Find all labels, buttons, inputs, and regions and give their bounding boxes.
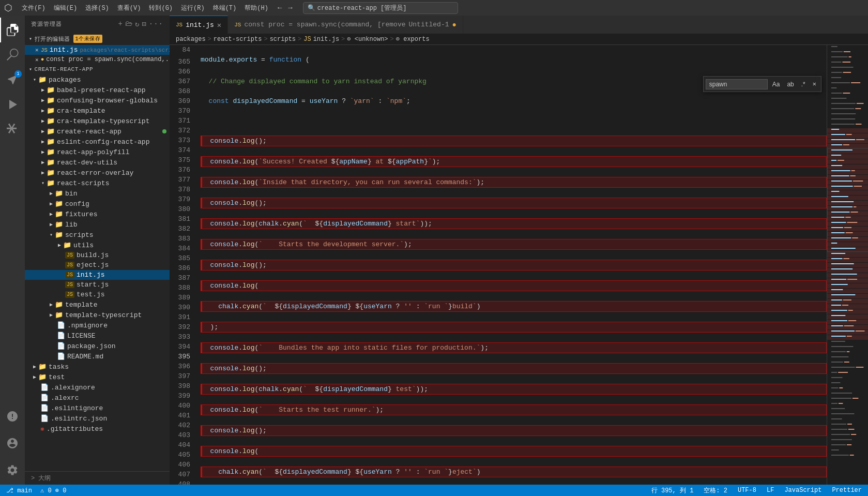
tree-item-config[interactable]: ▶ 📁 config (25, 199, 170, 209)
search-bar[interactable]: 🔍 create-react-app [管理员] (303, 2, 458, 14)
explorer-activity-icon[interactable] (0, 18, 25, 42)
tree-item-confusing[interactable]: ▶ 📁 confusing-browser-globals (25, 95, 170, 106)
folder-chevron: ▶ (58, 242, 61, 248)
tab-initjs[interactable]: JS init.js ✕ (170, 16, 228, 34)
search-activity-icon[interactable] (0, 42, 25, 67)
tab-close-button[interactable]: ✕ (217, 21, 221, 29)
menu-help[interactable]: 帮助(H) (241, 3, 271, 13)
status-position[interactable]: 行 395, 列 1 (649, 486, 696, 495)
folder-chevron: ▶ (33, 374, 36, 380)
status-errors[interactable]: ⚠ 0 ⊗ 0 (38, 487, 68, 494)
collapse-icon[interactable]: ⊟ (142, 20, 146, 28)
status-encoding[interactable]: UTF-8 (736, 487, 758, 494)
menu-view[interactable]: 查看(V) (114, 3, 144, 13)
status-eol[interactable]: LF (765, 487, 776, 494)
tree-item-create-react-app[interactable]: ▶ 📁 create-react-app (25, 126, 170, 137)
more-icon[interactable]: ··· (149, 20, 163, 28)
tree-item-babel[interactable]: ▶ 📁 babel-preset-react-app (25, 85, 170, 95)
tab-js-icon: JS (176, 22, 182, 28)
tree-item-npmignore[interactable]: 📄 .npmignore (25, 320, 170, 330)
tree-item-package[interactable]: 📄 package.json (25, 341, 170, 351)
tab-untitled[interactable]: JS const proc = spawn.sync(command, [rem… (228, 16, 463, 34)
close-icon[interactable]: ✕ (35, 47, 39, 53)
settings-activity-icon[interactable] (0, 458, 25, 483)
bc-unknown[interactable]: ⊙ <unknown> (347, 35, 388, 43)
tab-close-button2[interactable]: ● (452, 21, 456, 29)
tree-item-eslint[interactable]: ▶ 📁 eslint-config-react-app (25, 137, 170, 147)
bc-initjs[interactable]: init.js (313, 36, 339, 43)
folder-icon: 📁 (47, 107, 55, 115)
folder-icon: 📁 (47, 86, 55, 94)
extensions-activity-icon[interactable] (0, 117, 25, 142)
tree-item-error-overlay[interactable]: ▶ 📁 react-error-overlay (25, 168, 170, 178)
find-regex[interactable]: .* (799, 79, 808, 89)
tree-item-alexrc[interactable]: 📄 .alexrc (25, 393, 170, 403)
close-icon2[interactable]: ✕ (35, 56, 39, 63)
tree-item-test-folder[interactable]: ▶ 📁 test (25, 372, 170, 382)
tree-item-tasks[interactable]: ▶ 📁 tasks (25, 362, 170, 372)
tree-item-eslintrc[interactable]: 📄 .eslintrc.json (25, 413, 170, 424)
bc-exports[interactable]: ⊙ exports (396, 35, 430, 43)
tree-item-react-scripts[interactable]: ▾ 📁 react-scripts (25, 178, 170, 188)
item-label: README.md (67, 353, 103, 360)
status-spaces[interactable]: 空格: 2 (702, 486, 729, 495)
tree-item-buildjs[interactable]: JS build.js (25, 250, 170, 260)
find-input[interactable] (706, 79, 768, 89)
tree-item-polyfill[interactable]: ▶ 📁 react-app-polyfill (25, 147, 170, 157)
bc-packages[interactable]: packages (176, 36, 206, 43)
account-activity-icon[interactable] (0, 431, 25, 456)
refresh-icon[interactable]: ↻ (135, 20, 140, 28)
new-file-icon[interactable]: + (118, 20, 123, 28)
tree-item-dev-utils[interactable]: ▶ 📁 react-dev-utils (25, 157, 170, 168)
source-control-activity-icon[interactable]: 1 (0, 67, 25, 92)
code-content[interactable]: module.exports = function ( // Change di… (196, 45, 827, 485)
tree-item-cra-template-ts[interactable]: ▶ 📁 cra-template-typescript (25, 116, 170, 126)
menu-select[interactable]: 选择(S) (82, 3, 112, 13)
find-close-button[interactable]: ✕ (810, 79, 819, 89)
tree-item-alexignore[interactable]: 📄 .alexignore (25, 382, 170, 393)
tree-item-readme[interactable]: 📄 README.md (25, 351, 170, 362)
menu-file[interactable]: 文件(F) (19, 3, 49, 13)
run-activity-icon[interactable] (0, 92, 25, 117)
open-editors-header[interactable]: ▾ 打开的编辑器 1个未保存 (25, 33, 170, 45)
tree-item-gitattributes[interactable]: ❋ .gitattributes (25, 424, 170, 434)
menu-run[interactable]: 运行(R) (178, 3, 208, 13)
tree-item-testjs[interactable]: JS test.js (25, 290, 170, 299)
new-folder-icon[interactable]: 🗁 (125, 20, 133, 28)
tree-item-initjs[interactable]: JS init.js (25, 270, 170, 280)
minimap[interactable] (827, 45, 868, 485)
tree-item-scripts[interactable]: ▾ 📁 scripts (25, 230, 170, 240)
tree-item-startjs[interactable]: JS start.js (25, 280, 170, 290)
menu-terminal[interactable]: 终端(T) (210, 3, 240, 13)
folder-icon: 📁 (38, 363, 47, 371)
tree-item-packages[interactable]: ▾ 📁 packages (25, 74, 170, 85)
back-button[interactable]: ← (276, 3, 284, 13)
bc-react-scripts[interactable]: react-scripts (214, 36, 262, 43)
tree-item-template-ts[interactable]: ▶ 📁 template-typescript (25, 310, 170, 320)
tree-item-lib[interactable]: ▶ 📁 lib (25, 219, 170, 230)
tree-item-template[interactable]: ▶ 📁 template (25, 299, 170, 310)
folder-icon: 📁 (55, 210, 63, 218)
expand-button[interactable]: > 大纲 (25, 471, 170, 485)
tree-item-utils[interactable]: ▶ 📁 utils (25, 240, 170, 250)
bc-scripts[interactable]: scripts (270, 36, 296, 43)
find-match-case[interactable]: Aa (770, 79, 783, 89)
find-whole-word[interactable]: ab (784, 79, 796, 89)
tree-item-bin[interactable]: ▶ 📁 bin (25, 188, 170, 199)
tree-item-ejectjs[interactable]: JS eject.js (25, 260, 170, 270)
warning-activity-icon[interactable] (0, 404, 25, 429)
status-formatter[interactable]: Prettier (830, 487, 864, 494)
tree-item-license[interactable]: 📄 LICENSE (25, 330, 170, 341)
forward-button[interactable]: → (286, 3, 294, 13)
tree-item-eslintignore[interactable]: 📄 .eslintignore (25, 403, 170, 413)
menu-edit[interactable]: 编辑(E) (51, 3, 81, 13)
open-file-init[interactable]: ✕ JS init.js packages\react-scripts\scri… (25, 45, 170, 55)
status-language[interactable]: JavaScript (782, 487, 824, 494)
project-header[interactable]: ▾ CREATE-REACT-APP (25, 64, 170, 74)
tree-item-fixtures[interactable]: ▶ 📁 fixtures (25, 209, 170, 219)
menu-goto[interactable]: 转到(G) (146, 3, 176, 13)
status-branch[interactable]: ⎇ main (4, 487, 34, 494)
open-file-untitled[interactable]: ✕ ● const proc = spawn.sync(command,... (25, 55, 170, 64)
open-file-name2: const proc = spawn.sync(command,... (46, 56, 170, 63)
tree-item-cra-template[interactable]: ▶ 📁 cra-template (25, 106, 170, 116)
